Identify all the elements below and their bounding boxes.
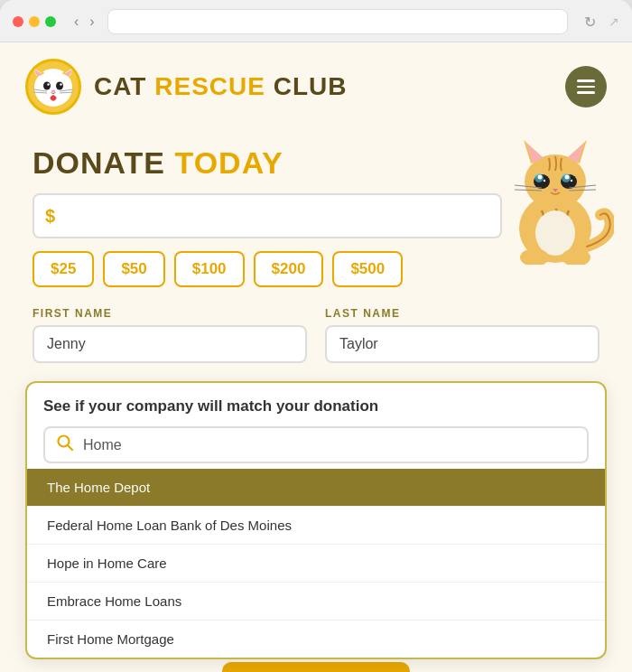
cat-logo-icon — [29, 62, 78, 111]
svg-point-27 — [544, 180, 545, 182]
preset-25[interactable]: $25 — [33, 251, 94, 287]
browser-window: ‹ › ↻ ↗ — [0, 0, 632, 672]
external-icon: ↗ — [609, 14, 619, 29]
svg-point-25 — [538, 175, 543, 180]
svg-point-15 — [535, 210, 575, 256]
search-icon — [56, 434, 74, 456]
first-name-field: FIRST NAME — [33, 307, 307, 363]
menu-button[interactable] — [565, 66, 607, 107]
company-dropdown-list: The Home Depot Federal Home Loan Bank of… — [27, 469, 605, 658]
first-name-label: FIRST NAME — [33, 307, 307, 320]
search-icon-svg — [56, 434, 74, 452]
header: CAT RESCUE CLUB — [0, 42, 632, 129]
svg-line-37 — [68, 445, 72, 450]
preset-200[interactable]: $200 — [254, 251, 324, 287]
svg-point-8 — [60, 83, 61, 85]
dollar-sign-label: $ — [45, 206, 55, 227]
back-button[interactable]: ‹ — [70, 14, 82, 30]
preset-500[interactable]: $500 — [332, 251, 403, 287]
dot-yellow[interactable] — [29, 16, 40, 27]
reload-icon[interactable]: ↻ — [584, 14, 596, 31]
donate-button[interactable]: DONATE — [222, 662, 411, 672]
preset-50[interactable]: $50 — [103, 251, 164, 287]
forward-button[interactable]: › — [86, 14, 98, 30]
preset-100[interactable]: $100 — [174, 251, 245, 287]
brand-rescue: RESCUE — [154, 72, 265, 100]
menu-bar-1 — [577, 79, 595, 82]
browser-chrome: ‹ › ↻ ↗ — [0, 0, 632, 42]
brand-club: CLUB — [265, 72, 348, 100]
menu-bar-3 — [577, 91, 595, 94]
svg-point-9 — [51, 90, 55, 93]
last-name-field: LAST NAME — [325, 307, 599, 363]
brand-text: CAT RESCUE CLUB — [94, 72, 348, 101]
logo-area: CAT RESCUE CLUB — [25, 59, 348, 115]
donate-word: DONATE — [33, 145, 174, 180]
name-row: FIRST NAME LAST NAME — [33, 307, 599, 363]
main-content: DONATE TODAY $ $25 $50 $100 $200 $500 FI… — [0, 129, 632, 659]
today-word: TODAY — [174, 145, 283, 180]
app-content: CAT RESCUE CLUB — [0, 42, 632, 672]
company-result-4[interactable]: First Home Mortgage — [27, 620, 605, 658]
browser-nav: ‹ › — [70, 14, 98, 30]
svg-point-5 — [43, 82, 51, 90]
svg-point-28 — [571, 180, 572, 182]
dot-green[interactable] — [45, 16, 56, 27]
company-result-0[interactable]: The Home Depot — [27, 469, 605, 506]
logo-circle — [25, 59, 81, 115]
company-result-1[interactable]: Federal Home Loan Bank of Des Moines — [27, 506, 605, 544]
cat-illustration — [497, 120, 614, 256]
company-result-2[interactable]: Hope in Home Care — [27, 544, 605, 582]
last-name-input[interactable] — [325, 325, 599, 363]
company-search-row — [43, 426, 589, 463]
browser-dots — [13, 16, 56, 27]
first-name-input[interactable] — [33, 325, 307, 363]
cat-illustration-svg — [497, 120, 614, 265]
brand-cat: CAT — [94, 72, 154, 100]
svg-point-6 — [56, 82, 63, 90]
company-search-input[interactable] — [83, 437, 576, 453]
company-match-card: See if your company will match your dona… — [25, 381, 607, 659]
amount-input[interactable] — [62, 207, 489, 226]
company-result-3[interactable]: Embrace Home Loans — [27, 582, 605, 620]
last-name-label: LAST NAME — [325, 307, 599, 320]
svg-point-26 — [565, 175, 570, 180]
svg-point-7 — [47, 83, 49, 85]
dot-red[interactable] — [13, 16, 23, 27]
menu-bar-2 — [577, 86, 595, 89]
company-match-title: See if your company will match your dona… — [27, 397, 605, 426]
amount-input-row: $ — [33, 193, 502, 238]
address-bar[interactable] — [107, 9, 568, 34]
